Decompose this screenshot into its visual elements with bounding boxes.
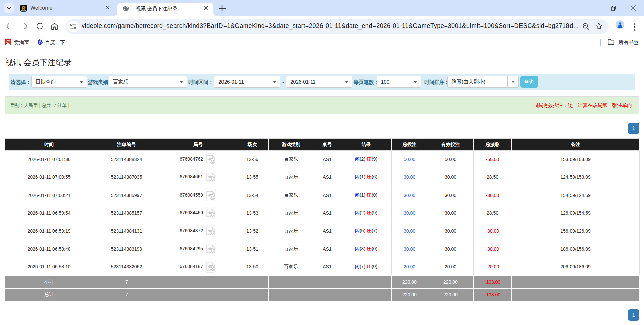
svg-text:du: du	[39, 42, 41, 44]
svg-text:VIDEOIE: VIDEOIE	[22, 10, 26, 11]
